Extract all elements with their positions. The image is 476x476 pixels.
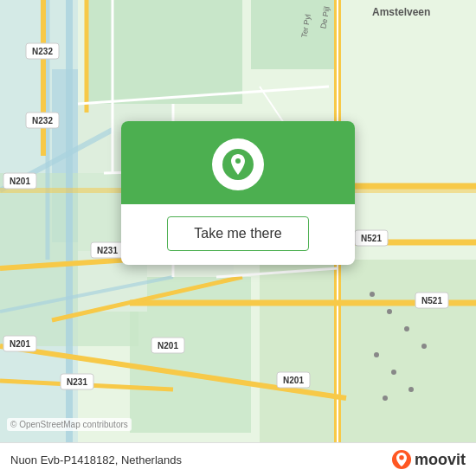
svg-point-67 (383, 396, 388, 401)
svg-text:N201: N201 (10, 177, 30, 186)
svg-rect-6 (260, 260, 476, 450)
moovit-logo: moovit (392, 450, 466, 469)
svg-text:N521: N521 (421, 296, 442, 306)
svg-point-65 (391, 370, 396, 375)
svg-text:N201: N201 (283, 376, 304, 385)
svg-point-63 (421, 344, 427, 349)
location-pin-icon (222, 149, 254, 180)
svg-text:N231: N231 (97, 246, 118, 255)
location-card: Take me there (121, 121, 355, 265)
take-me-there-button[interactable]: Take me there (167, 216, 308, 251)
svg-text:Amstelveen: Amstelveen (372, 6, 430, 18)
svg-text:N232: N232 (32, 116, 53, 125)
svg-text:N201: N201 (158, 341, 178, 351)
bottom-bar: Nuon Evb-P1418182, Netherlands moovit (0, 442, 476, 476)
svg-point-64 (374, 352, 379, 357)
moovit-pin-icon (392, 450, 411, 469)
map-container: N232 N232 N201 N201 N201 N201 N231 N231 … (0, 0, 476, 476)
svg-point-62 (404, 326, 409, 331)
pin-icon-container (212, 138, 264, 190)
svg-point-60 (370, 292, 375, 297)
moovit-brand-text: moovit (415, 451, 466, 469)
svg-text:N232: N232 (32, 47, 53, 56)
svg-point-61 (387, 309, 392, 314)
svg-text:N201: N201 (10, 339, 30, 349)
location-name: Nuon Evb-P1418182, Netherlands (10, 453, 182, 466)
svg-point-66 (408, 387, 414, 392)
card-header (121, 121, 355, 204)
svg-text:N521: N521 (361, 234, 382, 243)
svg-rect-3 (87, 0, 242, 104)
copyright-notice: © OpenStreetMap contributors (7, 418, 132, 431)
svg-text:N231: N231 (67, 377, 87, 387)
